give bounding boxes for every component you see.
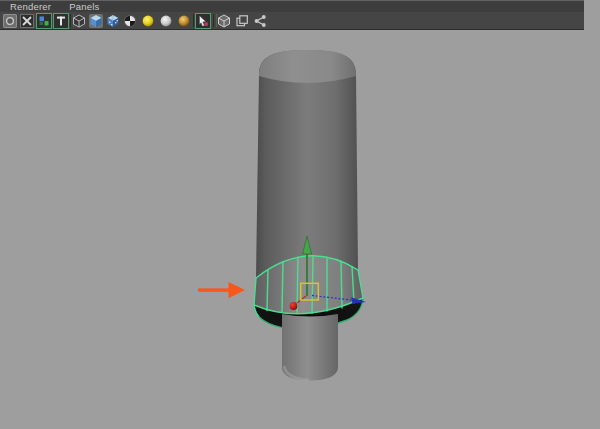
panel-menubar: Renderer Panels	[0, 0, 584, 12]
menu-renderer[interactable]: Renderer	[0, 1, 60, 12]
xray-active-components-icon[interactable]	[235, 14, 249, 28]
use-all-lights-icon[interactable]	[123, 14, 137, 28]
resolution-gate-icon[interactable]	[37, 14, 51, 28]
viewport-3d[interactable]	[0, 30, 600, 429]
wireframe-mode-icon[interactable]	[72, 14, 86, 28]
cylinder-top-cap[interactable]	[259, 50, 356, 83]
xray-mode-icon[interactable]	[217, 14, 231, 28]
no-lights-icon[interactable]	[177, 14, 191, 28]
default-lighting-icon[interactable]	[141, 14, 155, 28]
plugin-display-filter-icon[interactable]	[253, 14, 267, 28]
shaded-mode-icon[interactable]	[89, 14, 103, 28]
textured-mode-icon[interactable]	[106, 14, 120, 28]
select-camera-icon[interactable]	[3, 14, 17, 28]
panel-toolbar	[0, 12, 584, 30]
menu-panels[interactable]: Panels	[60, 1, 108, 12]
viewport-panel-window: Renderer Panels	[0, 0, 600, 429]
isolate-select-icon[interactable]	[196, 14, 210, 28]
film-gate-icon[interactable]	[20, 14, 34, 28]
flat-lighting-icon[interactable]	[159, 14, 173, 28]
manipulator-x-handle[interactable]	[290, 302, 298, 310]
display-hud-icon[interactable]	[54, 14, 68, 28]
small-cylinder[interactable]	[282, 314, 338, 381]
